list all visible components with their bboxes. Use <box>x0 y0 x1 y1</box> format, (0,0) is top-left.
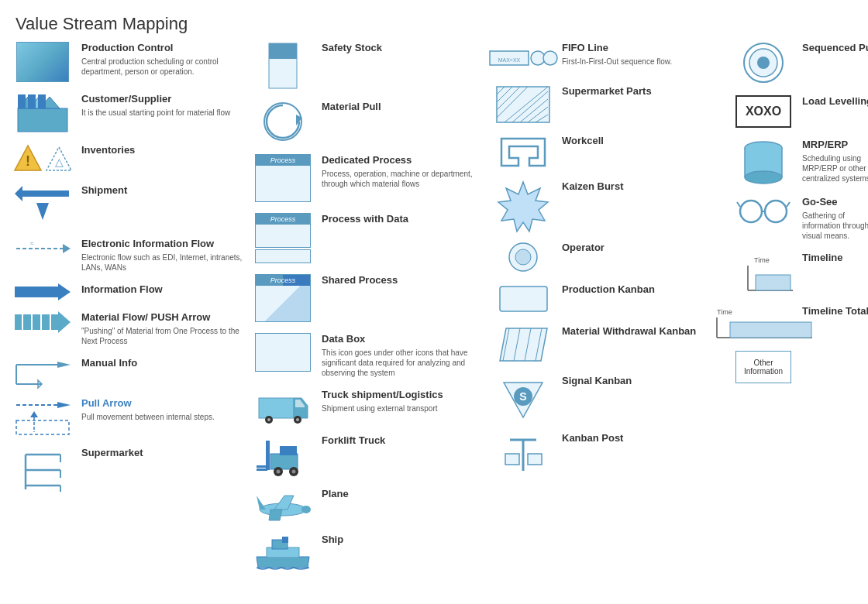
svg-rect-31 <box>16 420 69 434</box>
sequenced-pull-icon <box>732 42 794 84</box>
list-item: Material Withdrawal Kanban <box>492 325 725 364</box>
dedicated-process-text: Dedicated Process Process, operation, ma… <box>322 154 484 189</box>
list-item: S Signal Kanban <box>492 375 725 421</box>
svg-rect-96 <box>528 454 542 465</box>
material-withdrawal-kanban-text: Material Withdrawal Kanban <box>562 325 725 338</box>
svg-marker-23 <box>57 362 71 368</box>
svg-point-58 <box>292 469 296 473</box>
svg-rect-95 <box>505 454 519 465</box>
svg-marker-11 <box>15 186 69 201</box>
svg-line-108 <box>737 202 740 207</box>
data-box-text: Data Box This icon goes under other icon… <box>322 333 484 378</box>
timeline-text: Timeline <box>802 252 868 265</box>
supermarket-parts-text: Supermarket Parts <box>562 85 725 98</box>
go-see-text: Go-See Gathering of information through … <box>802 196 868 241</box>
manual-info-icon <box>12 357 74 386</box>
truck-shipment-text: Truck shipment/Logistics Shipment using … <box>322 389 484 414</box>
safety-stock-icon <box>252 42 314 90</box>
kaizen-burst-icon <box>492 180 554 231</box>
list-item: Truck shipment/Logistics Shipment using … <box>252 389 484 424</box>
forklift-text: Forklift Truck <box>322 434 484 448</box>
list-item: Ship <box>252 534 484 572</box>
svg-point-56 <box>277 469 281 473</box>
pull-arrow-icon <box>12 397 74 436</box>
svg-rect-84 <box>500 287 547 311</box>
svg-text:≈: ≈ <box>30 240 34 247</box>
svg-rect-4 <box>18 94 26 108</box>
list-item: Process Shared Process <box>252 274 484 322</box>
load-levelling-text: Load Levelling <box>802 95 868 108</box>
svg-rect-51 <box>280 446 297 455</box>
material-pull-text: Material Pull <box>322 101 484 114</box>
electronic-info-flow-icon: ≈ <box>12 238 74 259</box>
svg-point-106 <box>765 201 787 222</box>
ship-text: Ship <box>322 534 484 547</box>
mrp-erp-icon <box>732 139 794 185</box>
list-item: Material Pull <box>252 101 484 143</box>
svg-rect-0 <box>18 108 67 132</box>
workcell-text: Workcell <box>562 135 725 148</box>
production-kanban-icon <box>492 283 554 314</box>
svg-marker-14 <box>63 244 71 253</box>
process-with-data-text: Process with Data <box>322 213 484 226</box>
list-item: Workcell <box>492 135 725 170</box>
svg-marker-16 <box>15 283 71 300</box>
timeline-icon: Time <box>732 252 794 294</box>
customer-supplier-text: Customer/Supplier It is the usual starti… <box>81 93 244 118</box>
list-item: Customer/Supplier It is the usual starti… <box>12 93 244 133</box>
workcell-icon <box>492 135 554 170</box>
svg-text:S: S <box>519 390 526 403</box>
customer-supplier-icon <box>12 93 74 133</box>
svg-rect-66 <box>282 537 288 543</box>
list-item: Data Box This icon goes under other icon… <box>252 333 484 378</box>
svg-marker-81 <box>498 182 548 232</box>
timeline-total-icon: Time <box>732 305 794 340</box>
svg-line-109 <box>787 202 790 207</box>
dedicated-process-icon: Process <box>252 154 314 202</box>
electronic-info-flow-text: Electronic Information Flow Electronic f… <box>81 238 244 273</box>
svg-point-49 <box>296 418 299 421</box>
operator-icon <box>492 242 554 273</box>
list-item: Time Timeline <box>732 252 868 294</box>
svg-rect-113 <box>756 275 790 290</box>
kanban-post-icon <box>492 432 554 475</box>
shared-process-icon: Process <box>252 274 314 322</box>
list-item: Shipment <box>12 184 244 227</box>
svg-rect-53 <box>257 465 267 468</box>
material-withdrawal-kanban-icon <box>492 325 554 364</box>
shared-process-text: Shared Process <box>322 274 484 287</box>
svg-text:MAX=XX: MAX=XX <box>498 57 521 63</box>
svg-text:△: △ <box>54 156 63 168</box>
column-4: Sequenced Pull XOXO Load Levelling <box>728 42 868 583</box>
process-with-data-icon: Process <box>252 213 314 263</box>
kaizen-burst-text: Kaizen Burst <box>562 180 725 194</box>
list-item: Time Timeline Total <box>732 305 868 340</box>
load-levelling-icon: XOXO <box>732 95 794 128</box>
signal-kanban-icon: S <box>492 375 554 421</box>
list-item: Go-See Gathering of information through … <box>732 196 868 241</box>
svg-point-104 <box>745 171 782 184</box>
list-item: MAX=XX FIFO Line First-In-First-Out sequ… <box>492 42 725 74</box>
svg-point-99 <box>757 57 770 69</box>
sequenced-pull-text: Sequenced Pull <box>802 42 868 55</box>
inventories-text: Inventories <box>81 144 244 157</box>
forklift-icon <box>252 434 314 477</box>
kanban-post-text: Kanban Post <box>562 432 725 445</box>
material-flow-push-icon <box>12 311 74 333</box>
svg-text:Time: Time <box>717 308 732 316</box>
material-flow-push-text: Material Flow/ PUSH Arrow "Pushing" of M… <box>81 311 244 346</box>
list-item: Kaizen Burst <box>492 180 725 231</box>
plane-icon <box>252 488 314 523</box>
go-see-icon <box>732 196 794 223</box>
column-3: MAX=XX FIFO Line First-In-First-Out sequ… <box>488 42 728 583</box>
list-item: MRP/ERP Scheduling using MRP/ERP or othe… <box>732 139 868 185</box>
list-item: Process Process with Data <box>252 213 484 263</box>
svg-text:Time: Time <box>754 256 770 264</box>
svg-point-47 <box>267 418 270 421</box>
svg-marker-30 <box>30 411 38 417</box>
manual-info-text: Manual Info <box>81 357 244 370</box>
list-item: XOXO Load Levelling <box>732 95 868 128</box>
supermarket-text: Supermarket <box>81 447 244 460</box>
safety-stock-text: Safety Stock <box>322 42 484 55</box>
fifo-line-text: FIFO Line First-In-First-Out sequence fl… <box>562 42 725 67</box>
